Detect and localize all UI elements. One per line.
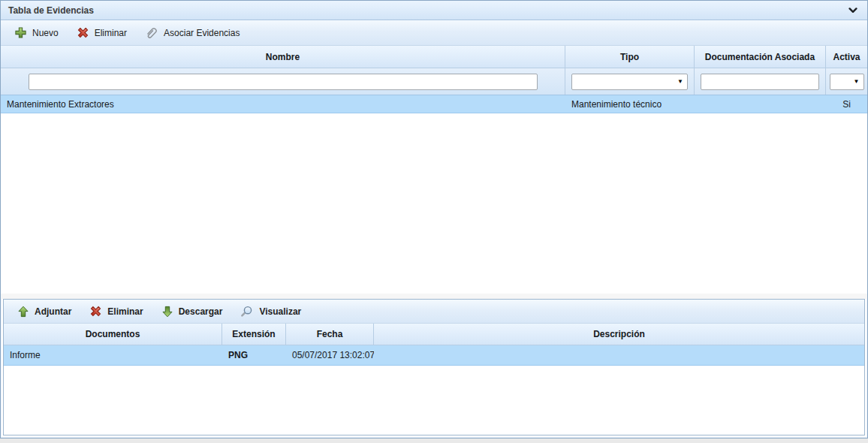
documentacion-filter-input[interactable] bbox=[701, 74, 819, 90]
collapse-panel-button[interactable] bbox=[846, 5, 860, 17]
asociar-evidencias-button[interactable]: Asociar Evidencias bbox=[137, 23, 247, 42]
download-arrow-icon bbox=[161, 306, 173, 318]
column-header-activa[interactable]: Activa bbox=[826, 46, 867, 68]
nuevo-label: Nuevo bbox=[32, 28, 59, 38]
window-titlebar: Tabla de Evidencias bbox=[1, 1, 867, 20]
upload-arrow-icon bbox=[17, 306, 29, 318]
magnifier-icon bbox=[240, 306, 254, 318]
evidence-nombre-cell: Mantenimiento Extractores bbox=[1, 99, 565, 110]
filter-cell-tipo: ▼ bbox=[565, 68, 695, 95]
asociar-evidencias-label: Asociar Evidencias bbox=[164, 28, 240, 38]
document-row-selected[interactable]: Informe PNG 05/07/2017 13:02:07 bbox=[4, 345, 864, 366]
eliminar-evidencia-button[interactable]: Eliminar bbox=[69, 23, 134, 42]
column-header-fecha[interactable]: Fecha bbox=[286, 324, 374, 345]
evidences-header-row: Nombre Tipo Documentación Asociada Activ… bbox=[1, 46, 867, 68]
chevron-down-icon bbox=[848, 8, 857, 14]
filter-cell-documentacion bbox=[695, 68, 826, 95]
filter-cell-activa: ▼ bbox=[826, 68, 867, 95]
eliminar-evidencia-label: Eliminar bbox=[95, 28, 127, 38]
plus-icon bbox=[14, 26, 27, 39]
adjuntar-label: Adjuntar bbox=[35, 306, 71, 317]
evidence-activa-cell: Si bbox=[826, 99, 867, 110]
documents-panel: Adjuntar Eliminar Descargar bbox=[3, 299, 865, 435]
nuevo-button[interactable]: Nuevo bbox=[7, 23, 66, 42]
descargar-label: Descargar bbox=[179, 306, 223, 317]
adjuntar-button[interactable]: Adjuntar bbox=[10, 303, 79, 321]
delete-x-icon bbox=[77, 26, 89, 39]
documents-grid-body[interactable] bbox=[4, 366, 864, 435]
column-header-documentos[interactable]: Documentos bbox=[4, 324, 222, 345]
evidences-toolbar: Nuevo Eliminar Asociar Evidencias bbox=[1, 20, 867, 46]
tipo-filter-select[interactable] bbox=[571, 74, 688, 90]
visualizar-button[interactable]: Visualizar bbox=[233, 303, 309, 321]
column-header-tipo[interactable]: Tipo bbox=[565, 46, 695, 68]
document-extension-cell: PNG bbox=[222, 350, 286, 360]
evidences-window: Tabla de Evidencias Nuevo Eliminar Asoci… bbox=[0, 0, 868, 438]
eliminar-documento-button[interactable]: Eliminar bbox=[82, 302, 150, 321]
document-fecha-cell: 05/07/2017 13:02:07 bbox=[286, 350, 374, 360]
paperclip-icon bbox=[145, 26, 158, 39]
eliminar-documento-label: Eliminar bbox=[107, 306, 143, 317]
documents-toolbar: Adjuntar Eliminar Descargar bbox=[4, 300, 864, 324]
delete-x-icon bbox=[89, 305, 102, 318]
column-header-documentacion[interactable]: Documentación Asociada bbox=[695, 46, 826, 68]
activa-filter-select[interactable] bbox=[830, 74, 864, 90]
column-header-descripcion[interactable]: Descripción bbox=[374, 324, 864, 345]
visualizar-label: Visualizar bbox=[259, 306, 301, 317]
evidence-row-selected[interactable]: Mantenimiento Extractores Mantenimiento … bbox=[1, 95, 867, 113]
column-header-nombre[interactable]: Nombre bbox=[1, 46, 565, 68]
panel-separator bbox=[1, 294, 867, 299]
evidence-tipo-cell: Mantenimiento técnico bbox=[565, 99, 695, 110]
nombre-filter-input[interactable] bbox=[29, 74, 538, 90]
evidences-grid-body[interactable] bbox=[1, 113, 867, 294]
document-nombre-cell: Informe bbox=[4, 350, 222, 360]
window-title: Tabla de Evidencias bbox=[8, 5, 846, 16]
descargar-button[interactable]: Descargar bbox=[154, 303, 231, 321]
column-header-extension[interactable]: Extensión bbox=[222, 324, 286, 345]
evidences-filter-row: ▼ ▼ bbox=[1, 68, 867, 95]
documents-header-row: Documentos Extensión Fecha Descripción bbox=[4, 324, 864, 345]
filter-cell-nombre bbox=[1, 68, 565, 95]
